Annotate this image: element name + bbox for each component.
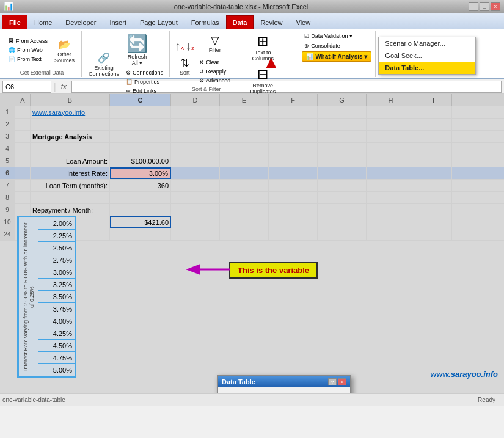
scenario-manager-item[interactable]: Scenario Manager... bbox=[379, 37, 475, 49]
dialog-help-button[interactable]: ? bbox=[328, 378, 337, 385]
ribbon-tabs: File Home Developer Insert Page Layout F… bbox=[0, 13, 504, 29]
from-access-button[interactable]: 🗄 From Access bbox=[6, 37, 50, 45]
edit-links-icon: ✏ bbox=[126, 88, 131, 94]
dialog-overlay bbox=[0, 94, 504, 393]
bottom-bar: one-variable-data-table Ready bbox=[0, 393, 504, 406]
minimize-button[interactable]: – bbox=[469, 2, 478, 11]
ribbon: 🗄 From Access 🌐 From Web 📄 From Text 📂 O… bbox=[0, 29, 504, 79]
clear-icon: ✕ bbox=[199, 59, 204, 65]
sheet-tab[interactable]: one-variable-data-table bbox=[2, 396, 478, 403]
goal-seek-item[interactable]: Goal Seek... bbox=[379, 49, 475, 62]
ribbon-group-external-data: 🗄 From Access 🌐 From Web 📄 From Text 📂 O… bbox=[2, 31, 82, 77]
sort-button[interactable]: ⇅ Sort bbox=[173, 54, 195, 78]
web-icon: 🌐 bbox=[9, 47, 15, 53]
whatif-dropdown: Scenario Manager... Goal Seek... Data Ta… bbox=[378, 37, 476, 75]
title-bar-controls[interactable]: – □ × bbox=[469, 2, 500, 11]
analysis-label bbox=[302, 75, 371, 76]
tab-file[interactable]: File bbox=[2, 15, 27, 29]
reapply-button[interactable]: ↺ Reapply bbox=[197, 67, 233, 76]
tab-pagelayout[interactable]: Page Layout bbox=[133, 15, 184, 29]
close-button[interactable]: × bbox=[491, 2, 500, 11]
dialog-close-button[interactable]: × bbox=[338, 378, 346, 385]
sort-filter-label: Sort & Filter bbox=[173, 85, 239, 92]
sort-filter-buttons: ↑A ↓Z ⇅ Sort ▽ Filter ✕ Clear bbox=[173, 32, 239, 85]
refresh-all-button[interactable]: 🔄 RefreshAll ▾ bbox=[123, 32, 151, 68]
connections-buttons: 🔗 ExistingConnections 🔄 RefreshAll ▾ ⚙ C… bbox=[86, 32, 166, 95]
name-box[interactable]: C6 bbox=[2, 81, 51, 93]
filter-button[interactable]: ▽ Filter bbox=[197, 32, 233, 55]
tab-insert[interactable]: Insert bbox=[103, 15, 133, 29]
dialog-title: Data Table bbox=[222, 378, 255, 385]
analysis-buttons: ☑ Data Validation ▾ ⊕ Consolidate 📊 What… bbox=[302, 32, 371, 75]
tab-home[interactable]: Home bbox=[27, 15, 59, 29]
maximize-button[interactable]: □ bbox=[480, 2, 489, 11]
text-icon: 📄 bbox=[9, 56, 15, 62]
properties-button[interactable]: 📋 Properties bbox=[123, 78, 166, 86]
formula-fx-label: fx bbox=[59, 82, 69, 91]
advanced-button[interactable]: ⚙ Advanced bbox=[197, 76, 233, 85]
database-icon: 🗄 bbox=[9, 38, 14, 44]
existing-connections-icon: 🔗 bbox=[97, 50, 111, 65]
what-if-button[interactable]: 📊 What-If Analysis ▾ bbox=[302, 51, 371, 62]
ribbon-group-analysis: ☑ Data Validation ▾ ⊕ Consolidate 📊 What… bbox=[298, 31, 376, 77]
tab-review[interactable]: Review bbox=[254, 15, 289, 29]
clear-button[interactable]: ✕ Clear bbox=[197, 58, 233, 67]
data-tab-arrow: ▲ bbox=[263, 53, 280, 72]
text-to-columns-icon: ⊞ bbox=[257, 34, 268, 49]
tab-view[interactable]: View bbox=[290, 15, 318, 29]
sort-icon: ⇅ bbox=[180, 56, 189, 70]
consolidate-icon: ⊕ bbox=[304, 43, 309, 49]
connections-button[interactable]: ⚙ Connections bbox=[123, 68, 166, 77]
dialog-title-controls[interactable]: ? × bbox=[328, 378, 346, 385]
tab-formulas[interactable]: Formulas bbox=[184, 15, 226, 29]
other-sources-button[interactable]: 📂 OtherSources bbox=[51, 35, 78, 65]
refresh-icon: 🔄 bbox=[126, 34, 148, 54]
title-bar-icon: 📊 bbox=[4, 2, 13, 11]
sort-asc-icon[interactable]: ↑A bbox=[175, 39, 184, 53]
dialog-body: Row input cell: ⊞ Column input cell: ⊞ bbox=[218, 387, 350, 393]
existing-connections-button[interactable]: 🔗 ExistingConnections bbox=[86, 48, 122, 79]
reapply-icon: ↺ bbox=[199, 68, 204, 75]
whatif-icon: 📊 bbox=[306, 53, 313, 60]
title-bar-text: one-variable-data-table.xlsx - Microsoft… bbox=[13, 3, 469, 10]
tab-developer[interactable]: Developer bbox=[59, 15, 103, 29]
data-validation-button[interactable]: ☑ Data Validation ▾ bbox=[302, 32, 371, 40]
from-web-button[interactable]: 🌐 From Web bbox=[6, 46, 50, 54]
formula-sep: | bbox=[54, 82, 56, 92]
advanced-icon: ⚙ bbox=[199, 78, 204, 84]
title-bar: 📊 one-variable-data-table.xlsx - Microso… bbox=[0, 0, 504, 13]
ribbon-area: ▲ ▶ 🗄 From Access 🌐 From Web 📄 Fr bbox=[0, 29, 504, 79]
external-data-label: Get External Data bbox=[6, 68, 78, 76]
from-text-button[interactable]: 📄 From Text bbox=[6, 55, 50, 64]
filter-icon: ▽ bbox=[211, 34, 219, 47]
other-sources-icon: 📂 bbox=[57, 37, 72, 51]
spreadsheet: A B C D E F G H I 1 www.sarayoo.info 2 bbox=[0, 94, 504, 393]
consolidate-button[interactable]: ⊕ Consolidate bbox=[302, 42, 371, 50]
tab-data[interactable]: Data bbox=[226, 15, 254, 29]
data-validation-icon: ☑ bbox=[304, 33, 309, 39]
data-table-item[interactable]: Data Table... bbox=[379, 62, 475, 74]
status-ready: Ready bbox=[478, 396, 495, 403]
dialog-title-bar: Data Table ? × bbox=[218, 376, 350, 387]
external-data-buttons: 🗄 From Access 🌐 From Web 📄 From Text 📂 O… bbox=[6, 32, 78, 68]
data-table-dialog: Data Table ? × Row input cell: ⊞ Column … bbox=[217, 375, 351, 393]
connections-icon: ⚙ bbox=[126, 70, 131, 76]
properties-icon: 📋 bbox=[126, 79, 133, 85]
sort-desc-icon[interactable]: ↓Z bbox=[185, 39, 194, 53]
ribbon-group-connections: 🔗 ExistingConnections 🔄 RefreshAll ▾ ⚙ C… bbox=[82, 31, 170, 77]
ribbon-group-sort-filter: ↑A ↓Z ⇅ Sort ▽ Filter ✕ Clear bbox=[170, 31, 243, 77]
